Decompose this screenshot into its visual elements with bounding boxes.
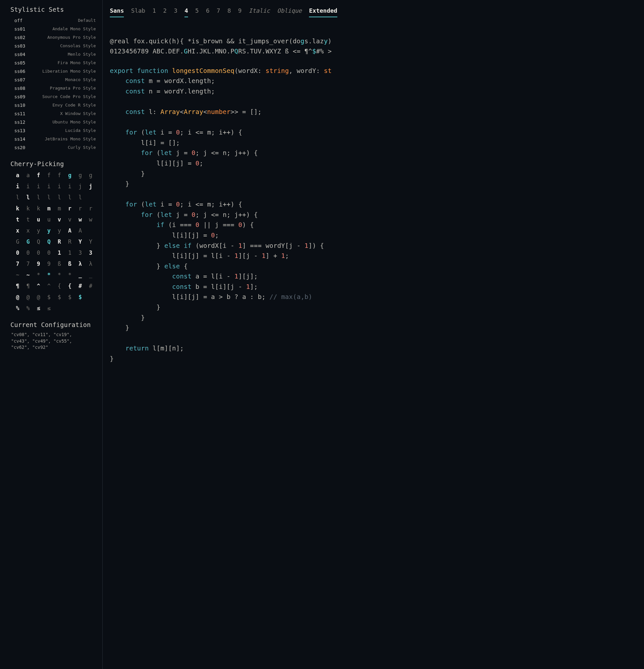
cherry-variant[interactable]: 3	[85, 248, 96, 257]
tab-oblique[interactable]: Oblique	[277, 7, 302, 17]
cherry-variant[interactable]: _	[85, 270, 96, 280]
cherry-variant[interactable]: @	[23, 293, 33, 302]
stylistic-set-ss09[interactable]: ss09Source Code Pro Style	[11, 92, 96, 101]
cherry-variant[interactable]: i	[44, 182, 54, 191]
cherry-variant[interactable]: %	[12, 303, 23, 313]
cherry-variant[interactable]: Y	[85, 237, 96, 246]
cherry-variant[interactable]: l	[44, 193, 54, 202]
cherry-variant[interactable]: _	[75, 270, 85, 280]
tab-2[interactable]: 2	[163, 7, 167, 17]
cherry-variant[interactable]: $	[54, 293, 65, 302]
cherry-variant[interactable]: 0	[44, 248, 54, 257]
cherry-variant[interactable]: ß	[65, 259, 75, 268]
stylistic-set-off[interactable]: offDefault	[11, 16, 96, 25]
cherry-variant[interactable]: *	[33, 270, 44, 280]
tab-8[interactable]: 8	[227, 7, 231, 17]
cherry-variant[interactable]: r	[85, 204, 96, 213]
cherry-variant[interactable]: ^	[44, 281, 54, 290]
stylistic-set-ss11[interactable]: ss11X Window Style	[11, 110, 96, 118]
stylistic-set-ss07[interactable]: ss07Monaco Style	[11, 75, 96, 84]
cherry-variant[interactable]: l	[65, 193, 75, 202]
cherry-variant[interactable]: j	[75, 182, 85, 191]
cherry-variant[interactable]: m	[54, 204, 65, 213]
cherry-variant[interactable]: ¶	[23, 281, 33, 290]
cherry-variant[interactable]: {	[65, 281, 75, 290]
cherry-variant[interactable]: t	[12, 215, 23, 224]
cherry-variant[interactable]: #	[85, 281, 96, 290]
cherry-variant[interactable]: *	[54, 270, 65, 280]
tab-6[interactable]: 6	[206, 7, 210, 17]
cherry-variant[interactable]: k	[23, 204, 33, 213]
cherry-variant[interactable]: k	[33, 204, 44, 213]
stylistic-set-ss13[interactable]: ss13Lucida Style	[11, 126, 96, 135]
cherry-variant[interactable]: 0	[12, 248, 23, 257]
cherry-variant[interactable]: x	[23, 226, 33, 235]
cherry-variant[interactable]: #	[75, 281, 85, 290]
cherry-variant[interactable]: v	[65, 215, 75, 224]
tab-3[interactable]: 3	[174, 7, 177, 17]
cherry-variant[interactable]: v	[54, 215, 65, 224]
cherry-variant[interactable]: λ	[75, 259, 85, 268]
cherry-variant[interactable]: u	[33, 215, 44, 224]
tab-italic[interactable]: Italic	[249, 7, 270, 17]
cherry-variant[interactable]: y	[33, 226, 44, 235]
cherry-variant[interactable]: %	[23, 303, 33, 313]
tab-5[interactable]: 5	[195, 7, 199, 17]
cherry-variant[interactable]: y	[44, 226, 54, 235]
tab-1[interactable]: 1	[153, 7, 156, 17]
tab-4[interactable]: 4	[184, 7, 188, 17]
cherry-variant[interactable]: $	[44, 293, 54, 302]
cherry-variant[interactable]: m	[44, 204, 54, 213]
cherry-variant[interactable]: ß	[54, 259, 65, 268]
cherry-variant[interactable]: 0	[23, 248, 33, 257]
stylistic-set-ss02[interactable]: ss02Anonymous Pro Style	[11, 33, 96, 42]
cherry-variant[interactable]: l	[54, 193, 65, 202]
stylistic-set-ss10[interactable]: ss10Envy Code R Style	[11, 101, 96, 110]
stylistic-set-ss01[interactable]: ss01Andale Mono Style	[11, 25, 96, 33]
cherry-variant[interactable]: f	[54, 171, 65, 180]
cherry-variant[interactable]: a	[23, 171, 33, 180]
cherry-variant[interactable]: 9	[33, 259, 44, 268]
cherry-variant[interactable]: w	[75, 215, 85, 224]
cherry-variant[interactable]: $	[75, 293, 85, 302]
cherry-variant[interactable]: r	[65, 204, 75, 213]
tab-extended[interactable]: Extended	[309, 7, 337, 17]
cherry-variant[interactable]: i	[23, 182, 33, 191]
stylistic-set-ss12[interactable]: ss12Ubuntu Mono Style	[11, 118, 96, 126]
cherry-variant[interactable]: i	[12, 182, 23, 191]
cherry-variant[interactable]: l	[23, 193, 33, 202]
cherry-variant[interactable]: j	[85, 182, 96, 191]
cherry-variant[interactable]: r	[75, 204, 85, 213]
cherry-variant[interactable]: R	[65, 237, 75, 246]
cherry-variant[interactable]: R	[54, 237, 65, 246]
cherry-variant[interactable]: Q	[33, 237, 44, 246]
cherry-variant[interactable]: 9	[44, 259, 54, 268]
cherry-variant[interactable]: f	[44, 171, 54, 180]
stylistic-set-ss03[interactable]: ss03Consolas Style	[11, 42, 96, 50]
cherry-variant[interactable]: G	[12, 237, 23, 246]
stylistic-set-ss06[interactable]: ss06Liberation Mono Style	[11, 67, 96, 75]
tab-9[interactable]: 9	[238, 7, 241, 17]
cherry-variant[interactable]: u	[44, 215, 54, 224]
cherry-variant[interactable]: l	[12, 193, 23, 202]
cherry-variant[interactable]: t	[23, 215, 33, 224]
stylistic-set-ss05[interactable]: ss05Fira Mono Style	[11, 59, 96, 67]
cherry-variant[interactable]: Y	[75, 237, 85, 246]
cherry-variant[interactable]: ^	[33, 281, 44, 290]
cherry-variant[interactable]: l	[75, 193, 85, 202]
cherry-variant[interactable]: 0	[33, 248, 44, 257]
cherry-variant[interactable]: A	[75, 226, 85, 235]
cherry-variant[interactable]: g	[85, 171, 96, 180]
cherry-variant[interactable]: y	[54, 226, 65, 235]
cherry-variant[interactable]: 1	[65, 248, 75, 257]
cherry-variant[interactable]: 3	[75, 248, 85, 257]
cherry-variant[interactable]: l	[33, 193, 44, 202]
cherry-variant[interactable]: i	[33, 182, 44, 191]
tab-sans[interactable]: Sans	[110, 7, 124, 17]
cherry-variant[interactable]: 7	[23, 259, 33, 268]
cherry-variant[interactable]: ~	[23, 270, 33, 280]
cherry-variant[interactable]: @	[33, 293, 44, 302]
cherry-variant[interactable]: i	[54, 182, 65, 191]
cherry-variant[interactable]: x	[12, 226, 23, 235]
stylistic-set-ss14[interactable]: ss14JetBrains Mono Style	[11, 135, 96, 143]
